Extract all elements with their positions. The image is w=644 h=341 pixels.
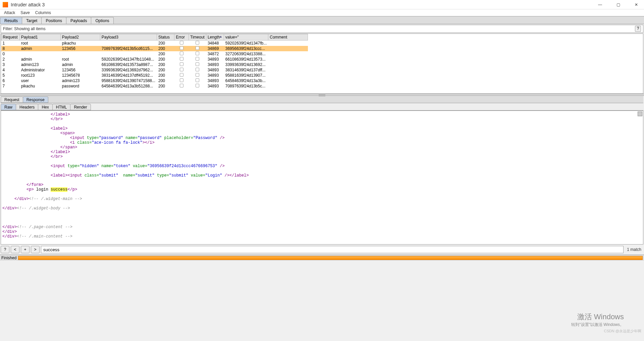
search-prev-button[interactable]: < (11, 246, 19, 253)
col-value[interactable]: value=" (224, 34, 268, 41)
col-payload3[interactable]: Payload3 (100, 34, 157, 41)
status-label: Finished (1, 256, 18, 260)
table-row[interactable]: 02003487232720639f24d13388... (1, 51, 308, 57)
status-bar: Finished (0, 255, 644, 261)
progress-bar (18, 256, 643, 260)
col-request[interactable]: Request (1, 34, 20, 41)
tab-positions[interactable]: Positions (41, 17, 66, 24)
tab-payloads[interactable]: Payloads (66, 17, 91, 24)
col-error[interactable]: Error (174, 34, 189, 41)
subtab-response[interactable]: Response (23, 96, 48, 103)
search-next-button[interactable]: > (31, 246, 40, 253)
help-button[interactable]: ? (635, 26, 641, 32)
view-tabs: Raw Headers Hex HTML Render (1, 103, 643, 111)
filter-bar[interactable]: Filter: Showing all items ? (1, 25, 643, 33)
col-payload2[interactable]: Payload2 (60, 34, 100, 41)
viewtab-html[interactable]: HTML (52, 104, 71, 110)
menu-attack[interactable]: Attack (2, 10, 17, 16)
app-icon (3, 2, 8, 7)
title-bar: Intruder attack 3 — ▢ ✕ (0, 0, 644, 9)
filter-text: Filter: Showing all items (3, 26, 635, 31)
subtab-request[interactable]: Request (1, 96, 23, 103)
response-body-raw[interactable]: </label> </br> <label> <span> <input typ… (1, 111, 643, 245)
table-row[interactable]: 8admin12345670897639f24d13b5cd6115...200… (1, 46, 308, 51)
table-header-row: Request Payload1 Payload2 Payload3 Statu… (1, 34, 308, 41)
windows-watermark: 激活 Windows 转到"设置"以激活 Windows。 (571, 312, 624, 328)
h-splitter[interactable] (0, 94, 644, 96)
table-row[interactable]: 4Administrator12345633993639f24d13692d79… (1, 67, 308, 73)
minimize-button[interactable]: — (595, 2, 605, 7)
col-comment[interactable]: Comment (268, 34, 308, 41)
main-tabs: Results Target Positions Payloads Option… (0, 16, 644, 24)
maximize-button[interactable]: ▢ (613, 2, 623, 7)
close-button[interactable]: ✕ (631, 2, 641, 7)
col-status[interactable]: Status (157, 34, 174, 41)
menu-columns[interactable]: Columns (33, 10, 53, 16)
csdn-watermark: CSDN @永远是少年啊 (604, 329, 641, 334)
table-row[interactable]: 5root1231234567838314639f24d137dff45192.… (1, 73, 308, 78)
window-controls: — ▢ ✕ (595, 2, 641, 7)
col-timeout[interactable]: Timeout (189, 34, 206, 41)
search-bar: ? < + > 1 match (1, 246, 643, 253)
results-table[interactable]: Request Payload1 Payload2 Payload3 Statu… (1, 34, 308, 89)
match-count: 1 match (625, 247, 643, 252)
tab-options[interactable]: Options (91, 17, 113, 24)
viewtab-headers[interactable]: Headers (16, 104, 38, 110)
search-help-button[interactable]: ? (1, 246, 9, 253)
col-length[interactable]: Length (206, 34, 224, 41)
search-add-button[interactable]: + (21, 246, 30, 253)
reqres-tabs: Request Response (1, 96, 643, 103)
viewtab-raw[interactable]: Raw (1, 104, 16, 110)
viewtab-hex[interactable]: Hex (38, 104, 52, 110)
tab-target[interactable]: Target (22, 17, 42, 24)
tab-results[interactable]: Results (0, 17, 22, 24)
table-row[interactable]: 3admin123admin66108639f24d13573a8987...2… (1, 62, 308, 67)
menu-save[interactable]: Save (18, 10, 32, 16)
col-payload1[interactable]: Payload1 (19, 34, 60, 41)
table-row[interactable]: 1rootpikachu2003484859202639f24d1347fb..… (1, 41, 308, 46)
table-row[interactable]: 6useradmin12395881639f24d13907471588...2… (1, 78, 308, 83)
viewtab-render[interactable]: Render (70, 104, 91, 110)
results-table-wrap: Request Payload1 Payload2 Payload3 Statu… (1, 33, 643, 94)
table-row[interactable]: 2adminroot59202639f24d1347fb11048...2003… (1, 57, 308, 62)
window-title: Intruder attack 3 (11, 2, 595, 7)
menu-bar: Attack Save Columns (0, 9, 644, 16)
table-row[interactable]: 7pikachupassword64584639f24d13a3b51288..… (1, 83, 308, 89)
search-input[interactable] (41, 246, 624, 253)
